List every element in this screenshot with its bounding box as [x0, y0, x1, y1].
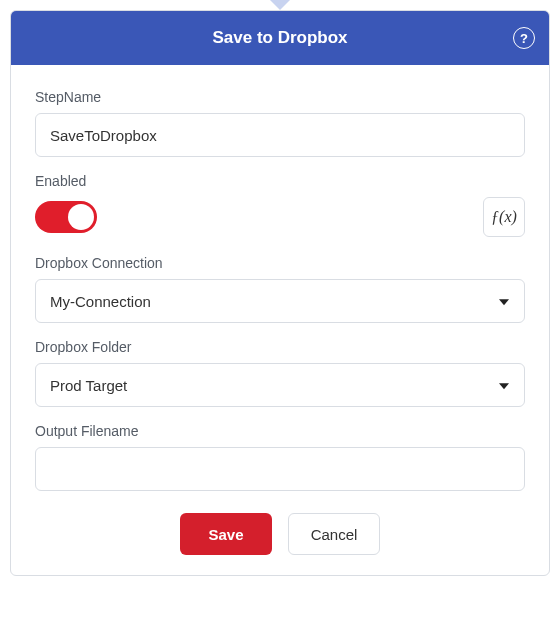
step-name-input[interactable]: [35, 113, 525, 157]
field-step-name: StepName: [35, 89, 525, 157]
folder-label: Dropbox Folder: [35, 339, 525, 355]
enabled-label: Enabled: [35, 173, 525, 189]
dialog-title: Save to Dropbox: [212, 28, 347, 48]
dialog-footer: Save Cancel: [35, 513, 525, 555]
save-button[interactable]: Save: [180, 513, 272, 555]
help-icon[interactable]: ?: [513, 27, 535, 49]
field-enabled: Enabled ƒ(x): [35, 173, 525, 237]
field-dropbox-folder: Dropbox Folder Prod Target: [35, 339, 525, 407]
field-dropbox-connection: Dropbox Connection My-Connection: [35, 255, 525, 323]
fx-button[interactable]: ƒ(x): [483, 197, 525, 237]
dialog-card: Save to Dropbox ? StepName Enabled ƒ(x): [10, 10, 550, 576]
output-filename-input[interactable]: [35, 447, 525, 491]
toggle-knob: [68, 204, 94, 230]
folder-select[interactable]: Prod Target: [35, 363, 525, 407]
step-name-label: StepName: [35, 89, 525, 105]
connection-select[interactable]: My-Connection: [35, 279, 525, 323]
dialog-body: StepName Enabled ƒ(x) Dropbox Connection: [11, 65, 549, 575]
connector-arrow-icon: [270, 0, 290, 10]
field-output-filename: Output Filename: [35, 423, 525, 491]
fx-icon: ƒ(x): [491, 208, 517, 226]
cancel-button[interactable]: Cancel: [288, 513, 380, 555]
connection-label: Dropbox Connection: [35, 255, 525, 271]
enabled-toggle[interactable]: [35, 201, 97, 233]
dialog-header: Save to Dropbox ?: [11, 11, 549, 65]
output-filename-label: Output Filename: [35, 423, 525, 439]
